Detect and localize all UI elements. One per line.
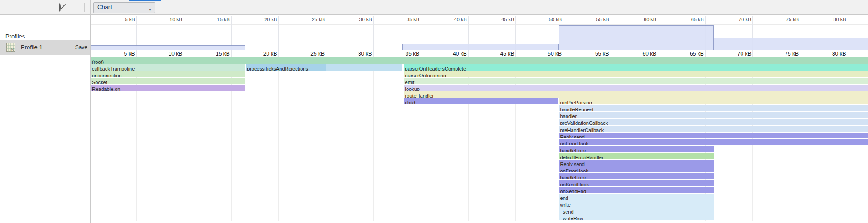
flame-bar-label: handleError xyxy=(559,175,586,180)
ruler-tick-label: 80 kB xyxy=(832,51,846,57)
ruler-tick-label: 60 kB xyxy=(644,17,656,22)
profile-list-item[interactable]: % Profile 1 Save xyxy=(0,40,90,55)
ruler-tick-label: 30 kB xyxy=(358,51,372,57)
sidebar-title: Profiles xyxy=(5,33,25,40)
ruler-tick-label: 70 kB xyxy=(738,17,751,22)
flame-bar-label: end xyxy=(559,195,568,200)
flame-bar-label: defaultErrorHandler xyxy=(559,155,604,159)
flame-bar[interactable]: (root) xyxy=(91,57,868,64)
ruler-tick-label: 55 kB xyxy=(595,51,609,57)
grid-line xyxy=(848,16,848,57)
flame-bar[interactable]: handler xyxy=(559,112,868,118)
grid-line xyxy=(373,16,374,57)
flame-bar-label: routeHandler xyxy=(404,93,434,98)
flame-bar[interactable]: onSendHook xyxy=(559,180,714,186)
flame-bar[interactable]: parserOnHeadersComplete xyxy=(404,64,868,71)
view-mode-select[interactable]: Chart ▾ xyxy=(93,2,155,13)
flame-bar[interactable]: onErrorHook xyxy=(559,166,714,173)
flame-bar[interactable] xyxy=(326,64,402,71)
flame-bar-label: runPreParsing xyxy=(559,100,592,104)
ruler-tick-label: 40 kB xyxy=(453,51,467,57)
grid-line xyxy=(278,16,279,57)
flame-bar-label: callbackTrampoline xyxy=(91,66,135,71)
flame-bar[interactable]: runPreParsing xyxy=(559,98,868,104)
flame-bar[interactable]: child xyxy=(404,98,558,104)
flame-bar[interactable]: _writeRaw xyxy=(559,214,714,220)
selected-tab-indicator xyxy=(129,0,161,1)
flame-bar-label: parserOnIncoming xyxy=(404,73,446,77)
grid-line xyxy=(373,57,374,221)
ruler-tick-label: 5 kB xyxy=(124,51,135,57)
flame-bar-label: _writeRaw xyxy=(559,216,583,220)
view-mode-value: Chart xyxy=(97,4,112,10)
profile-name: Profile 1 xyxy=(21,44,43,51)
overview-area-segment[interactable] xyxy=(91,45,245,50)
grid-line xyxy=(468,16,469,57)
heap-profile-icon: % xyxy=(6,43,15,52)
flame-bar[interactable]: handleRequest xyxy=(559,105,868,111)
devtools-memory-sampling-panel: { "toolbar": { "record_button": "record-… xyxy=(0,0,868,223)
flame-bar-label: emit xyxy=(404,80,415,84)
flame-bar[interactable]: processTicksAndRejections xyxy=(246,64,326,71)
record-button[interactable] xyxy=(16,2,28,13)
flame-bar[interactable]: Socket xyxy=(91,78,245,84)
ruler-tick-label: 20 kB xyxy=(263,51,277,57)
flame-bar[interactable]: emit xyxy=(404,78,868,84)
flame-bar[interactable]: lookup xyxy=(404,85,868,91)
flame-bar[interactable]: write_ xyxy=(559,200,714,207)
save-profile-link[interactable]: Save xyxy=(75,44,87,51)
flame-bar[interactable]: defaultErrorHandler xyxy=(559,153,714,159)
flame-bar-label: onSendEnd xyxy=(559,189,587,193)
flame-bar-label: write_ xyxy=(559,202,573,207)
flame-bar[interactable]: onErrorHook xyxy=(559,139,868,146)
flame-bar-label: parserOnHeadersComplete xyxy=(404,66,466,71)
grid-line xyxy=(278,57,279,221)
ruler-tick-label: 25 kB xyxy=(310,51,325,57)
overview-area-segment[interactable] xyxy=(714,38,868,50)
svg-text:%: % xyxy=(11,47,14,52)
ruler-tick-label: 75 kB xyxy=(786,17,799,22)
flame-bar[interactable]: onSendEnd xyxy=(559,187,714,193)
ruler-tick-label: 10 kB xyxy=(169,51,183,57)
ruler-tick-label: 50 kB xyxy=(548,51,562,57)
toolbar: Chart ▾ xyxy=(0,0,868,15)
clear-button[interactable] xyxy=(54,2,66,13)
ruler-tick-label: 75 kB xyxy=(785,51,799,57)
ruler-tick-label: 35 kB xyxy=(406,51,420,57)
grid-line xyxy=(421,16,421,57)
flame-bar[interactable]: preHandlerCallback xyxy=(559,126,868,132)
overview-area-segment[interactable] xyxy=(402,44,558,50)
toolbar-separator xyxy=(84,3,85,12)
flame-bar[interactable]: Reply.send xyxy=(559,133,868,139)
ruler-tick-label: 50 kB xyxy=(549,17,562,22)
ruler-tick-label: 35 kB xyxy=(407,17,419,22)
flame-bar-label: Reply.send xyxy=(559,134,585,139)
flame-bar-label: lookup xyxy=(404,86,420,91)
flame-bar[interactable]: callbackTrampoline xyxy=(91,64,245,71)
flame-bar[interactable]: _send xyxy=(559,207,714,214)
flame-bar-label: handleError xyxy=(559,148,586,152)
ruler-tick-label: 15 kB xyxy=(217,17,230,22)
flame-bar[interactable]: onconnection xyxy=(91,71,245,77)
flame-bar[interactable]: preValidationCallback xyxy=(559,119,868,125)
overview-area-segment[interactable] xyxy=(559,25,714,50)
grid-line xyxy=(136,16,137,57)
flame-bar[interactable]: routeHandler xyxy=(404,91,868,98)
ruler-tick-label: 70 kB xyxy=(737,51,752,57)
flame-bar-label: (root) xyxy=(91,59,104,64)
grid-line xyxy=(326,57,326,221)
grid-line xyxy=(800,16,800,57)
flame-bar-label: onconnection xyxy=(91,73,121,77)
flame-bar-label: processTicksAndRejections xyxy=(246,66,308,71)
grid-line xyxy=(515,16,516,57)
flame-bar[interactable]: parserOnIncoming xyxy=(404,71,868,77)
flame-bar-label: child xyxy=(404,100,416,104)
flame-bar-label: onErrorHook xyxy=(559,168,588,173)
flame-bar[interactable]: end xyxy=(559,194,714,200)
flame-bar[interactable]: Reply.send xyxy=(559,160,714,166)
flame-bar[interactable]: handleError xyxy=(559,146,714,152)
allocation-chart: 5 kB5 kB10 kB10 kB15 kB15 kB20 kB20 kB25… xyxy=(91,15,868,223)
flame-bar[interactable]: Readable.on xyxy=(91,85,245,91)
ruler-tick-label: 20 kB xyxy=(264,17,277,22)
flame-bar[interactable]: handleError xyxy=(559,173,714,180)
